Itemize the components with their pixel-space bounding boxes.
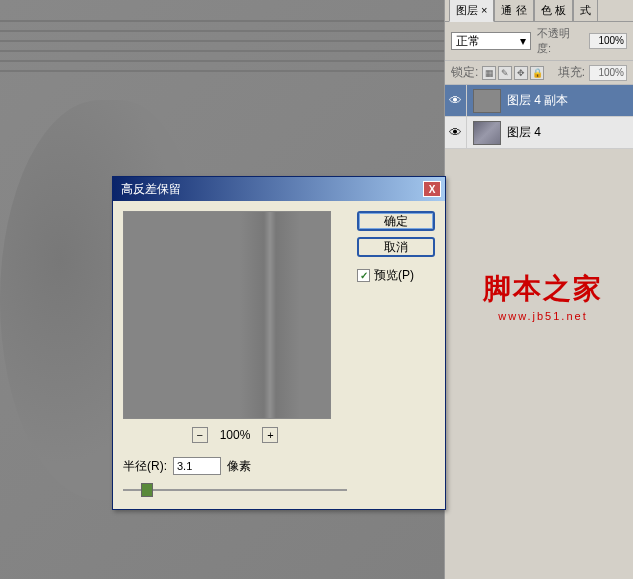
high-pass-dialog: 高反差保留 X − 100% + 半径(R): 像素 确定 取消 <box>112 176 446 510</box>
visibility-eye-icon[interactable]: 👁 <box>445 85 467 117</box>
fill-label: 填充: <box>558 64 585 81</box>
preview-checkbox-label: 预览(P) <box>374 267 414 284</box>
lock-label: 锁定: <box>451 64 478 81</box>
dialog-body: − 100% + 半径(R): 像素 确定 取消 ✓ 预览(P) <box>113 201 445 509</box>
layer-row[interactable]: 👁 图层 4 副本 <box>445 85 633 117</box>
radius-label: 半径(R): <box>123 458 167 475</box>
watermark-main: 脚本之家 <box>483 270 603 308</box>
tab-swatches[interactable]: 色 板 <box>534 0 573 21</box>
radius-input[interactable] <box>173 457 221 475</box>
lock-transparency-icon[interactable]: ▦ <box>482 66 496 80</box>
button-column: 确定 取消 ✓ 预览(P) <box>357 211 435 499</box>
filter-preview[interactable] <box>123 211 331 419</box>
slider-track <box>123 489 347 491</box>
dialog-titlebar[interactable]: 高反差保留 X <box>113 177 445 201</box>
ok-button[interactable]: 确定 <box>357 211 435 231</box>
opacity-value[interactable]: 100% <box>589 33 627 49</box>
radius-slider[interactable] <box>123 481 347 499</box>
zoom-controls: − 100% + <box>123 427 347 443</box>
lock-row: 锁定: ▦ ✎ ✥ 🔒 填充: 100% <box>445 61 633 85</box>
opacity-label: 不透明度: <box>537 26 583 56</box>
lock-move-icon[interactable]: ✥ <box>514 66 528 80</box>
layer-name: 图层 4 <box>507 124 541 141</box>
preview-checkbox-row: ✓ 预览(P) <box>357 267 435 284</box>
layer-thumbnail[interactable] <box>473 121 501 145</box>
blend-row: 正常 ▾ 不透明度: 100% <box>445 22 633 61</box>
panel-tabs: 图层 × 通 径 色 板 式 <box>445 0 633 22</box>
close-button[interactable]: X <box>423 181 441 197</box>
zoom-value: 100% <box>220 428 251 442</box>
visibility-eye-icon[interactable]: 👁 <box>445 117 467 149</box>
lock-all-icon[interactable]: 🔒 <box>530 66 544 80</box>
layer-thumbnail[interactable] <box>473 89 501 113</box>
tab-channels[interactable]: 通 径 <box>494 0 533 21</box>
layers-list: 👁 图层 4 副本 👁 图层 4 <box>445 85 633 149</box>
dropdown-icon: ▾ <box>520 34 526 48</box>
lock-icons: ▦ ✎ ✥ 🔒 <box>482 66 544 80</box>
blend-mode-value: 正常 <box>456 33 480 50</box>
tab-styles[interactable]: 式 <box>573 0 598 21</box>
slider-thumb[interactable] <box>141 483 153 497</box>
cancel-button[interactable]: 取消 <box>357 237 435 257</box>
dialog-title: 高反差保留 <box>117 181 423 198</box>
lock-brush-icon[interactable]: ✎ <box>498 66 512 80</box>
blend-mode-select[interactable]: 正常 ▾ <box>451 32 531 50</box>
tab-layers[interactable]: 图层 × <box>449 0 494 22</box>
watermark: 脚本之家 www.jb51.net <box>483 270 603 322</box>
layer-name: 图层 4 副本 <box>507 92 568 109</box>
zoom-out-button[interactable]: − <box>192 427 208 443</box>
watermark-sub: www.jb51.net <box>483 310 603 322</box>
zoom-in-button[interactable]: + <box>262 427 278 443</box>
radius-unit: 像素 <box>227 458 251 475</box>
layer-row[interactable]: 👁 图层 4 <box>445 117 633 149</box>
preview-column: − 100% + 半径(R): 像素 <box>123 211 347 499</box>
preview-checkbox[interactable]: ✓ <box>357 269 370 282</box>
radius-row: 半径(R): 像素 <box>123 457 347 475</box>
fill-value[interactable]: 100% <box>589 65 627 81</box>
